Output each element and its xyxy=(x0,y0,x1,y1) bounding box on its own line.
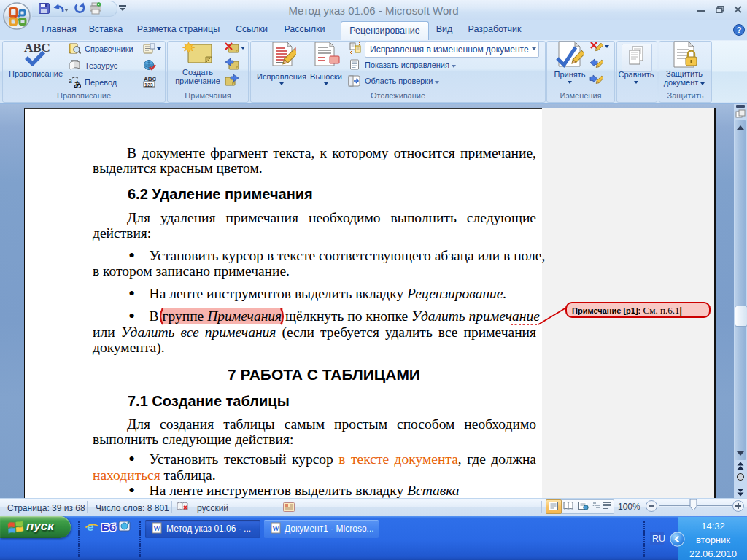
svg-text:123: 123 xyxy=(144,82,153,88)
svg-text:W: W xyxy=(153,524,160,532)
svg-text:?: ? xyxy=(737,26,742,34)
svg-text:e: e xyxy=(87,520,93,534)
svg-text:W: W xyxy=(272,524,279,532)
svg-text:a: a xyxy=(69,76,72,85)
svg-text:あ: あ xyxy=(74,79,81,88)
